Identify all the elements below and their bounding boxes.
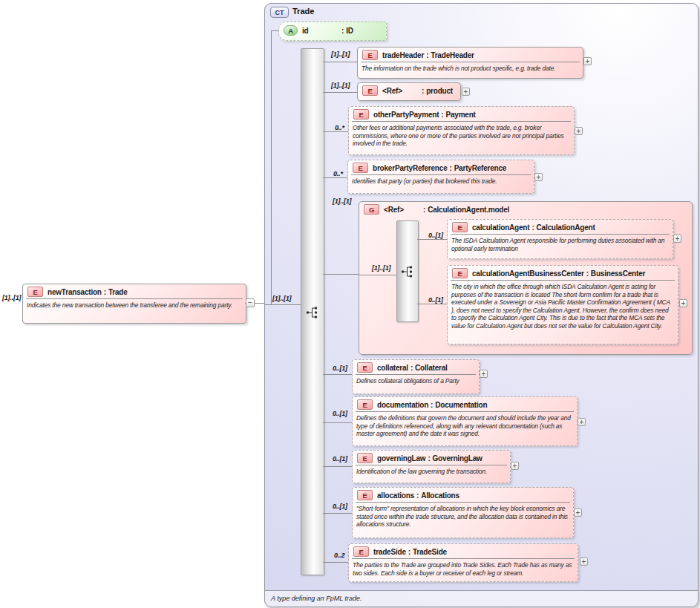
expand-button[interactable]: + (575, 127, 583, 135)
root-cardinality: [1]..[1] (2, 294, 21, 301)
element-type: Trade (108, 288, 128, 296)
attribute-badge: A (284, 25, 298, 36)
expand-button[interactable]: + (511, 462, 519, 470)
element-collateral[interactable]: E collateral : Collateral Defines collat… (352, 359, 480, 394)
element-otherPartyPayment[interactable]: E otherPartyPayment : Payment Other fees… (348, 106, 575, 155)
connector (323, 131, 348, 132)
element-type: CalculationAgent (537, 223, 595, 232)
connector (323, 513, 352, 514)
expand-button[interactable]: + (583, 57, 592, 65)
element-badge: E (357, 399, 373, 410)
expand-button[interactable]: + (534, 173, 543, 181)
group-name: <Ref> (384, 206, 421, 214)
element-name: calculationAgentBusinessCenter (472, 269, 584, 278)
element-title: E collateral : Collateral (353, 360, 479, 374)
element-calculationAgent[interactable]: E calculationAgent : CalculationAgent Th… (447, 219, 673, 259)
element-type: TradeSide (413, 548, 447, 556)
sequence-icon (401, 264, 413, 279)
group-type: CalculationAgent.model (428, 206, 509, 214)
element-name: newTransaction (48, 288, 102, 296)
cardinality: 0..[1] (333, 365, 347, 372)
connector (323, 274, 359, 275)
expand-button[interactable]: + (480, 370, 488, 378)
element-name: documentation (377, 401, 428, 409)
connector (323, 466, 352, 467)
element-product[interactable]: E <Ref> : product (357, 82, 461, 101)
element-badge: E (27, 287, 43, 297)
element-newTransaction[interactable]: E newTransaction : Trade Indicates the n… (22, 284, 246, 324)
element-type: Collateral (415, 364, 448, 372)
colon: : (586, 269, 589, 278)
element-title: E tradeHeader : TradeHeader (358, 48, 583, 62)
element-allocations[interactable]: E allocations : Allocations "Short-form"… (352, 487, 574, 538)
expand-button[interactable]: + (462, 88, 470, 96)
colon: : (416, 491, 419, 500)
element-title: E governingLaw : GoverningLaw (353, 451, 510, 465)
expand-button[interactable]: + (673, 235, 681, 243)
element-type: product (426, 87, 453, 95)
expand-button[interactable]: + (679, 299, 687, 307)
element-badge: E (353, 109, 369, 120)
element-name: tradeSide (373, 548, 406, 556)
element-annotation: Defines the definitions that govern the … (353, 412, 577, 441)
attribute-id[interactable]: A id : ID (278, 22, 387, 41)
colon: : (531, 223, 534, 232)
connector (323, 422, 352, 423)
colon: : (431, 401, 433, 409)
expand-button[interactable]: + (578, 418, 586, 426)
element-annotation: Identifies that party (or parties) that … (348, 175, 534, 189)
element-governingLaw[interactable]: E governingLaw : GoverningLaw Identifica… (352, 450, 511, 483)
element-calculationAgentBusinessCenter[interactable]: E calculationAgentBusinessCenter : Busin… (447, 265, 678, 344)
colon: : (423, 206, 425, 214)
connector (323, 62, 357, 62)
element-tradeHeader[interactable]: E tradeHeader : TradeHeader The informat… (357, 47, 583, 79)
element-badge: E (357, 490, 373, 500)
group-badge: G (364, 204, 379, 215)
expand-button[interactable]: + (574, 509, 582, 517)
element-annotation: Defines collateral obligations of a Part… (353, 375, 479, 388)
connector (271, 30, 272, 305)
collapse-toggle[interactable]: − (246, 298, 255, 307)
cardinality: [1]..[1] (331, 82, 350, 89)
element-name: otherPartyPayment (373, 111, 439, 119)
attribute-type: ID (346, 27, 353, 35)
element-name: <Ref> (382, 87, 419, 95)
sequence-cardinality: [1]..[1] (372, 264, 390, 272)
colon: : (410, 364, 413, 372)
element-annotation: The information on the trade which is no… (358, 62, 583, 76)
element-type: BusinessCenter (591, 269, 645, 278)
element-annotation: The ISDA Calculation Agent responsible f… (448, 235, 673, 255)
colon: : (422, 87, 424, 95)
element-title: E brokerPartyReference : PartyReference (348, 160, 534, 174)
cardinality: 0..* (335, 124, 344, 131)
connector (323, 374, 352, 375)
group-CalculationAgent-model[interactable]: G <Ref> : CalculationAgent.model [1]..[1… (359, 201, 693, 355)
element-title: E calculationAgent : CalculationAgent (448, 220, 673, 234)
connector (323, 177, 347, 178)
complex-type-badge: CT (270, 7, 289, 18)
sequence-cardinality: [1]..[1] (272, 295, 291, 302)
complex-type-title: Trade (292, 7, 314, 16)
element-badge: E (452, 222, 468, 232)
element-badge: E (452, 268, 468, 278)
element-annotation: Other fees or additional payments associ… (349, 122, 574, 151)
expand-button[interactable]: + (580, 558, 588, 566)
element-name: brokerPartyReference (373, 164, 448, 172)
element-tradeSide[interactable]: E tradeSide : TradeSide The parties to t… (348, 543, 578, 582)
element-type: PartyReference (454, 164, 507, 172)
element-brokerPartyReference[interactable]: E brokerPartyReference : PartyReference … (347, 160, 534, 194)
connector (359, 275, 397, 275)
element-annotation: "Short-form" representation of allocatio… (353, 503, 573, 532)
cardinality: 0..[1] (333, 503, 347, 510)
element-annotation: Indicates the new transaction between th… (23, 299, 246, 313)
type-annotation-footer: A type defining an FpML trade. (265, 590, 698, 607)
element-title: E documentation : Documentation (353, 397, 577, 411)
element-documentation[interactable]: E documentation : Documentation Defines … (352, 396, 578, 446)
element-title: E <Ref> : product (358, 83, 460, 97)
element-title: E otherPartyPayment : Payment (349, 107, 574, 121)
complex-type-trade: CT Trade [1]..[1] A id : ID (264, 3, 699, 607)
element-name: calculationAgent (472, 223, 529, 232)
element-badge: E (353, 546, 369, 557)
colon: : (441, 111, 443, 119)
element-type: TradeHeader (431, 51, 474, 59)
